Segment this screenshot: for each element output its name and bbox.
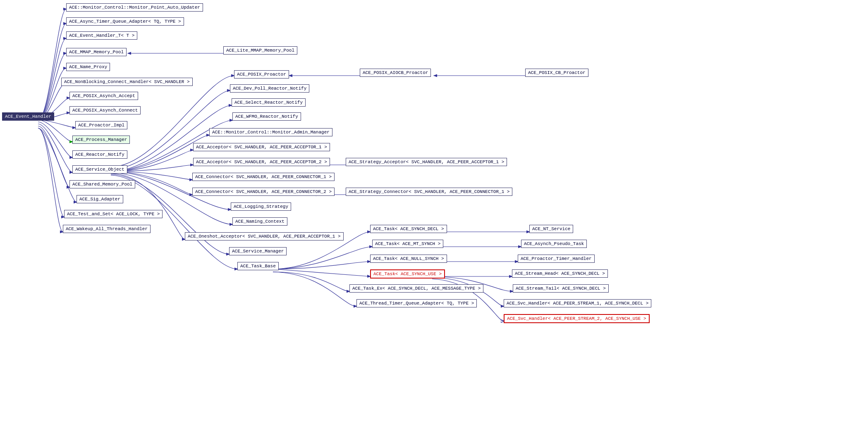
node-task-base[interactable]: ACE_Task_Base — [237, 262, 279, 270]
node-connector-2[interactable]: ACE_Connector< SVC_HANDLER, ACE_PEER_CON… — [192, 188, 335, 196]
node-task-ex[interactable]: ACE_Task_Ex< ACE_SYNCH_DECL, ACE_MESSAGE… — [349, 284, 483, 293]
node-oneshot-acceptor[interactable]: ACE_Oneshot_Acceptor< SVC_HANDLER, ACE_P… — [185, 232, 344, 241]
node-logging-strategy[interactable]: ACE_Logging_Strategy — [231, 202, 291, 211]
node-service-manager[interactable]: ACE_Service_Manager — [229, 247, 287, 255]
node-wfmo-reactor-notify[interactable]: ACE_WFMO_Reactor_Notify — [232, 112, 301, 121]
node-nt-service[interactable]: ACE_NT_Service — [529, 225, 573, 233]
node-svc-handler-2[interactable]: ACE_Svc_Handler< ACE_PEER_STREAM_2, ACE_… — [504, 314, 650, 323]
node-monitor-point-auto-updater[interactable]: ACE::Monitor_Control::Monitor_Point_Auto… — [66, 3, 203, 12]
node-strategy-connector-1[interactable]: ACE_Strategy_Connector< SVC_HANDLER, ACE… — [346, 188, 512, 196]
node-posix-cb-proactor[interactable]: ACE_POSIX_CB_Proactor — [525, 69, 588, 77]
node-proactor-timer-handler[interactable]: ACE_Proactor_Timer_Handler — [518, 255, 595, 263]
node-reactor-notify[interactable]: ACE_Reactor_Notify — [72, 150, 127, 159]
node-select-reactor-notify[interactable]: ACE_Select_Reactor_Notify — [232, 98, 306, 107]
node-shared-memory-pool[interactable]: ACE_Shared_Memory_Pool — [69, 180, 135, 188]
node-stream-head-synch-decl[interactable]: ACE_Stream_Head< ACE_SYNCH_DECL > — [512, 269, 608, 278]
node-strategy-acceptor-1[interactable]: ACE_Strategy_Acceptor< SVC_HANDLER, ACE_… — [346, 158, 507, 166]
node-process-manager[interactable]: ACE_Process_Manager — [72, 136, 130, 144]
node-acceptor-2[interactable]: ACE_Acceptor< SVC_HANDLER, ACE_PEER_ACCE… — [193, 158, 330, 166]
node-naming-context[interactable]: ACE_Naming_Context — [232, 217, 287, 226]
node-event-handler-t[interactable]: ACE_Event_Handler_T< T > — [66, 31, 137, 40]
node-mmap-memory-pool[interactable]: ACE_MMAP_Memory_Pool — [66, 48, 127, 56]
node-async-timer-queue-adapter[interactable]: ACE_Async_Timer_Queue_Adapter< TQ, TYPE … — [66, 17, 184, 26]
node-nonblocking-connect-handler[interactable]: ACE_NonBlocking_Connect_Handler< SVC_HAN… — [61, 78, 193, 86]
node-proactor-impl[interactable]: ACE_Proactor_Impl — [75, 121, 127, 129]
node-lite-mmap-memory-pool[interactable]: ACE_Lite_MMAP_Memory_Pool — [223, 46, 297, 55]
node-monitor-admin-manager[interactable]: ACE::Monitor_Control::Monitor_Admin_Mana… — [209, 128, 332, 136]
node-svc-handler-1[interactable]: ACE_Svc_Handler< ACE_PEER_STREAM_1, ACE_… — [504, 299, 651, 307]
node-posix-proactor[interactable]: ACE_POSIX_Proactor — [234, 70, 289, 79]
node-stream-tail-synch-decl[interactable]: ACE_Stream_Tail< ACE_SYNCH_DECL > — [513, 284, 609, 293]
diagram-container: ACE_Event_Handler ACE::Monitor_Control::… — [0, 0, 868, 431]
node-posix-aiocb-proactor[interactable]: ACE_POSIX_AIOCB_Proactor — [360, 69, 431, 77]
node-task-null-synch[interactable]: ACE_Task< ACE_NULL_SYNCH > — [370, 255, 447, 263]
node-thread-timer-queue-adapter[interactable]: ACE_Thread_Timer_Queue_Adapter< TQ, TYPE… — [356, 299, 477, 307]
node-asynch-pseudo-task[interactable]: ACE_Asynch_Pseudo_Task — [521, 240, 587, 248]
node-task-mt-synch[interactable]: ACE_Task< ACE_MT_SYNCH > — [372, 240, 443, 248]
node-dev-poll-reactor-notify[interactable]: ACE_Dev_Poll_Reactor_Notify — [230, 84, 309, 93]
node-test-and-set[interactable]: ACE_Test_and_Set< ACE_LOCK, TYPE > — [64, 210, 163, 218]
node-posix-asynch-connect[interactable]: ACE_POSIX_Asynch_Connect — [69, 106, 141, 114]
node-ace-event-handler[interactable]: ACE_Event_Handler — [2, 112, 54, 121]
node-connector-1[interactable]: ACE_Connector< SVC_HANDLER, ACE_PEER_CON… — [192, 173, 335, 181]
node-task-synch-decl[interactable]: ACE_Task< ACE_SYNCH_DECL > — [370, 225, 447, 233]
node-name-proxy[interactable]: ACE_Name_Proxy — [66, 63, 110, 71]
node-acceptor-1[interactable]: ACE_Acceptor< SVC_HANDLER, ACE_PEER_ACCE… — [193, 143, 330, 151]
node-wakeup-all-threads-handler[interactable]: ACE_Wakeup_All_Threads_Handler — [63, 225, 151, 233]
node-posix-asynch-accept[interactable]: ACE_POSIX_Asynch_Accept — [69, 92, 138, 100]
node-sig-adapter[interactable]: ACE_Sig_Adapter — [77, 195, 123, 203]
node-service-object[interactable]: ACE_Service_Object — [72, 165, 127, 174]
node-task-synch-use[interactable]: ACE_Task< ACE_SYNCH_USE > — [370, 269, 445, 279]
